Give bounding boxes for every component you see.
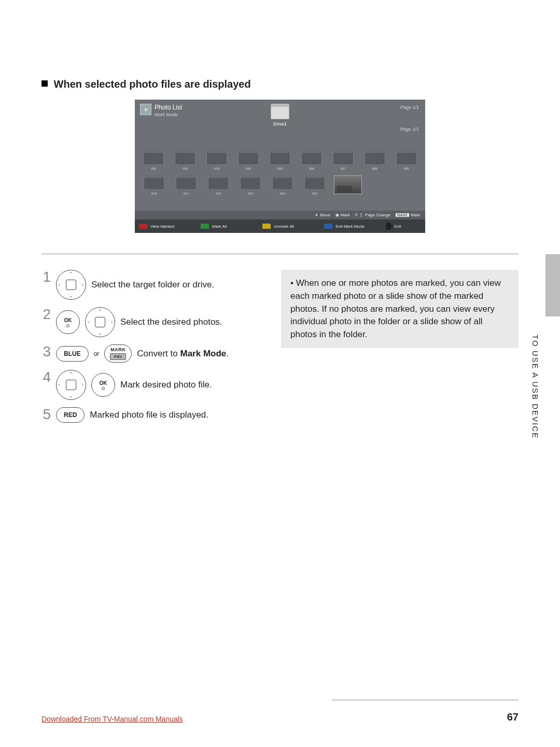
folder-icon (301, 150, 322, 165)
step-text: Mark desired photo file. (120, 380, 212, 390)
thumbnail-image (334, 175, 362, 194)
photo-list-icon: ☀ (140, 104, 151, 115)
nav-center-icon (66, 280, 76, 290)
folder-item[interactable]: 012 (205, 175, 231, 195)
blue-swatch-icon (324, 224, 332, 229)
page-indicator-mid: Page 1/1 (400, 127, 419, 132)
folder-item[interactable]: 002 (173, 150, 198, 170)
folder-icon (365, 150, 385, 165)
heading-text: When selected photo files are displayed (54, 78, 251, 90)
folder-icon (176, 175, 197, 190)
folder-item[interactable]: 003 (204, 150, 230, 170)
drive-label: Drive1 (271, 121, 289, 127)
or-text: or (94, 350, 100, 357)
chevron-right-icon: › (111, 320, 113, 325)
chevron-up-icon: ⌃ (69, 271, 73, 276)
steps-list: 1 ⌃ ⌄ ‹ › Select the target folder or dr… (41, 270, 260, 430)
folder-item[interactable]: 008 (362, 150, 387, 170)
folder-icon (396, 150, 417, 165)
divider (41, 254, 519, 254)
help-bar: ✦Move ◉Mark P⭥Page Change MARKMark (135, 211, 425, 219)
remote-blue-button[interactable]: BLUE (56, 346, 89, 362)
page-change-icon: ⭥ (359, 213, 363, 217)
folder-item[interactable]: 010 (141, 175, 167, 195)
red-button[interactable]: View Marked (139, 223, 198, 230)
chevron-left-icon: ‹ (59, 282, 60, 287)
remote-nav-button[interactable]: ⌃ ⌄ ‹ › (85, 307, 115, 337)
step-2: 2 OK ⌃ ⌄ ‹ › Select the desired photos. (41, 307, 260, 337)
chevron-right-icon: › (82, 382, 83, 388)
note-text: When one or more photos are marked, you … (290, 278, 501, 339)
folder-icon (240, 175, 261, 190)
green-swatch-icon (201, 224, 209, 229)
chevron-down-icon: ⌄ (69, 393, 73, 398)
exit-button[interactable]: Exit (386, 223, 421, 230)
red-swatch-icon (139, 224, 147, 229)
ok-dot-icon (102, 387, 105, 390)
chevron-up-icon: ⌃ (98, 309, 102, 314)
folder-item[interactable]: 001 (141, 150, 166, 170)
step-5: 5 RED Marked photo file is displayed. (41, 407, 260, 423)
step-number: 5 (41, 407, 51, 422)
mark-badge: MARK (396, 213, 409, 217)
remote-red-button[interactable]: RED (56, 407, 85, 423)
blue-button[interactable]: Exit Mark Mode (324, 223, 383, 230)
folder-icon (272, 175, 293, 190)
chevron-down-icon: ⌄ (69, 293, 73, 298)
folder-icon (270, 150, 290, 165)
folder-item[interactable]: 013 (237, 175, 263, 195)
download-link[interactable]: Downloaded From TV-Manual.com Manuals (41, 715, 183, 723)
folder-grid: 001 002 003 004 005 006 007 008 009 010 … (135, 117, 425, 211)
folder-item[interactable]: 006 (299, 150, 324, 170)
heading-bullet-icon (41, 80, 48, 87)
section-heading: When selected photo files are displayed (41, 78, 519, 90)
step-number: 4 (41, 370, 51, 384)
photo-thumbnail[interactable] (334, 175, 360, 195)
folder-item[interactable]: 014 (270, 175, 296, 195)
folder-icon (206, 150, 227, 165)
folder-item[interactable]: 004 (236, 150, 261, 170)
mark-icon: ◉ (335, 213, 339, 217)
remote-ok-button[interactable]: OK (91, 373, 115, 397)
folder-item[interactable]: 005 (268, 150, 293, 170)
yellow-swatch-icon (262, 224, 271, 229)
footer-divider (332, 700, 519, 700)
folder-item[interactable]: 011 (173, 175, 199, 195)
nav-center-icon (95, 317, 105, 327)
folder-item[interactable]: 009 (394, 150, 419, 170)
step-3: 3 BLUE or MARK FAV Convert to Mark Mode. (41, 344, 260, 363)
tv-title-block: ☀ Photo List Mark Mode (140, 104, 182, 117)
page-number: 67 (507, 711, 519, 723)
folder-item[interactable]: 007 (330, 150, 356, 170)
step-number: 1 (41, 270, 51, 284)
remote-ok-button[interactable]: OK (56, 310, 80, 334)
folder-icon (175, 150, 195, 165)
green-button[interactable]: Mark All (201, 223, 259, 230)
folder-icon (333, 150, 354, 165)
side-tab-bar (545, 254, 560, 316)
page-indicator-top: Page 1/1 (400, 105, 419, 110)
chevron-up-icon: ⌃ (69, 371, 73, 377)
folder-item[interactable]: 015 (302, 175, 328, 195)
folder-icon (304, 175, 325, 190)
ok-dot-icon (66, 324, 69, 327)
remote-nav-button[interactable]: ⌃ ⌄ ‹ › (56, 370, 86, 400)
nav-center-icon (66, 380, 76, 390)
chevron-right-icon: › (82, 282, 83, 287)
remote-mark-fav-button[interactable]: MARK FAV (104, 344, 132, 363)
manual-page: When selected photo files are displayed … (0, 0, 560, 747)
tv-title: Photo List (155, 104, 182, 111)
yellow-button[interactable]: Unmark All (262, 223, 321, 230)
tv-screenshot: ☀ Photo List Mark Mode Drive1 Page 1/1 P… (135, 100, 425, 233)
chevron-down-icon: ⌄ (98, 330, 102, 336)
footer: Downloaded From TV-Manual.com Manuals 67 (41, 711, 519, 723)
folder-icon (144, 175, 164, 190)
step-number: 3 (41, 344, 51, 359)
step-text: Select the desired photos. (120, 317, 222, 327)
remote-nav-button[interactable]: ⌃ ⌄ ‹ › (56, 270, 86, 300)
side-tab: TO USE A USB DEVICE (531, 254, 560, 454)
exit-icon (386, 223, 391, 230)
drive-folder-icon (271, 104, 289, 119)
step-number: 2 (41, 307, 51, 322)
folder-icon (238, 150, 259, 165)
